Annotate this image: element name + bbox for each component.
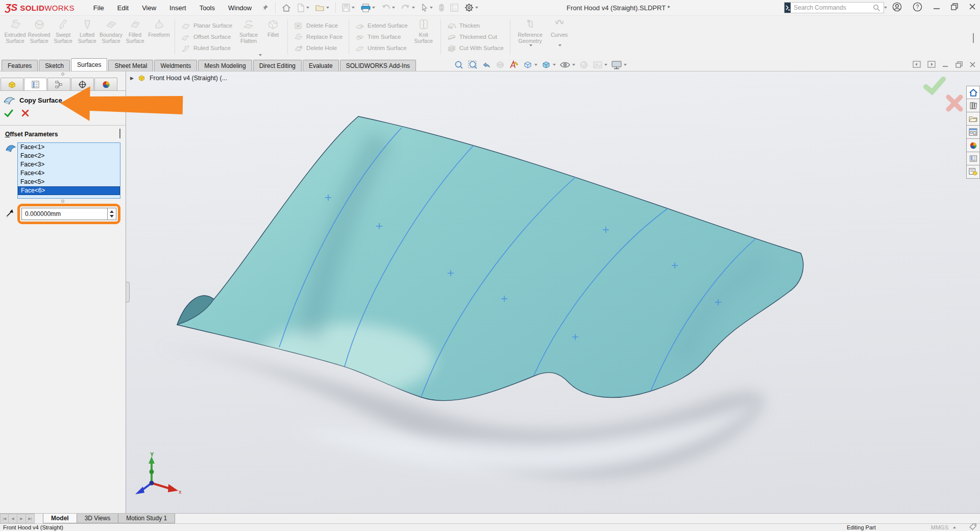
search-commands-input[interactable] [791, 4, 873, 11]
options-gear-button[interactable] [463, 2, 479, 13]
boundary-surface-button[interactable]: Boundary Surface [99, 17, 123, 59]
tab-solidworks-addins[interactable]: SOLIDWORKS Add-Ins [340, 60, 416, 71]
restore-document-icon[interactable] [955, 61, 963, 70]
display-style-icon[interactable] [541, 60, 556, 70]
status-units[interactable]: MMGS [931, 524, 948, 531]
new-document-caret[interactable] [306, 7, 309, 9]
pin-menu-icon[interactable] [260, 3, 270, 13]
scroll-first-icon[interactable]: |◀ [0, 514, 9, 523]
hide-show-caret[interactable] [572, 64, 575, 66]
panel-flyout-grip[interactable] [126, 282, 130, 302]
offset-distance-input[interactable] [22, 208, 107, 220]
view-palette-icon[interactable] [966, 126, 980, 139]
section-view-icon[interactable] [495, 60, 506, 70]
help-icon[interactable]: ? [913, 2, 922, 14]
zoom-to-area-icon[interactable] [467, 60, 478, 70]
extend-surface-button[interactable]: Extend Surface [353, 20, 410, 31]
options-caret[interactable] [475, 7, 478, 9]
offset-surface-button[interactable]: Offset Surface [179, 31, 235, 42]
tab-sheet-metal[interactable]: Sheet Metal [108, 60, 153, 71]
file-explorer-icon[interactable] [966, 112, 980, 126]
menu-tools[interactable]: Tools [193, 2, 222, 14]
next-document-icon[interactable] [927, 61, 936, 70]
tab-motion-study-1[interactable]: Motion Study 1 [118, 514, 175, 523]
face-list-item-selected[interactable]: Face<6> [18, 186, 120, 195]
select-caret[interactable] [430, 7, 433, 9]
breadcrumb-expand-icon[interactable]: ▶ [130, 76, 134, 81]
view-settings-icon[interactable] [610, 60, 627, 70]
account-icon[interactable] [892, 2, 902, 14]
close-window-icon[interactable] [969, 3, 976, 12]
scroll-right-icon[interactable]: ▶ [17, 514, 26, 523]
redo-button[interactable] [400, 3, 416, 13]
task-pane-home-icon[interactable] [966, 86, 980, 99]
search-scope-caret[interactable] [884, 7, 887, 9]
save-caret[interactable] [352, 7, 355, 9]
delete-face-button[interactable]: Delete Face [291, 20, 345, 31]
view-settings-caret[interactable] [624, 64, 627, 66]
menu-insert[interactable]: Insert [163, 2, 193, 14]
flip-offset-direction-icon[interactable] [5, 208, 16, 220]
open-document-caret[interactable] [326, 7, 329, 9]
configuration-manager-tab[interactable] [47, 78, 70, 90]
scroll-left-icon[interactable]: ◀ [9, 514, 17, 523]
status-tag-icon[interactable] [969, 523, 977, 531]
redo-caret[interactable] [412, 7, 415, 9]
tab-model[interactable]: Model [43, 514, 77, 523]
custom-properties-icon[interactable] [966, 152, 980, 165]
confirm-ok-ghost-icon[interactable] [923, 77, 946, 97]
apply-scene-caret[interactable] [604, 64, 607, 66]
file-properties-button[interactable] [449, 3, 459, 13]
thicken-button[interactable]: Thicken [445, 20, 506, 31]
previous-document-icon[interactable] [913, 61, 921, 70]
freeform-button[interactable]: Freeform [147, 17, 171, 59]
open-document-button[interactable] [314, 3, 330, 13]
curves-button[interactable]: Curves [547, 17, 572, 49]
minimize-window-icon[interactable] [933, 3, 940, 12]
reference-geometry-caret[interactable] [529, 44, 532, 46]
thickened-cut-button[interactable]: Thickened Cut [445, 31, 506, 42]
home-button[interactable] [281, 3, 292, 13]
delete-hole-button[interactable]: Delete Hole [291, 42, 345, 54]
filled-surface-button[interactable]: Filled Surface [123, 17, 147, 59]
undo-button[interactable] [380, 3, 396, 13]
curves-caret[interactable] [558, 44, 561, 46]
tab-sketch[interactable]: Sketch [39, 60, 70, 71]
spinner-down-icon[interactable] [110, 215, 114, 218]
close-document-icon[interactable] [969, 61, 976, 70]
tab-surfaces[interactable]: Surfaces [71, 58, 107, 71]
print-caret[interactable] [372, 7, 375, 9]
tab-direct-editing[interactable]: Direct Editing [253, 60, 302, 71]
untrim-surface-button[interactable]: Untrim Surface [353, 42, 410, 54]
menu-view[interactable]: View [135, 2, 163, 14]
offset-parameters-header[interactable]: Offset Parameters [0, 126, 126, 142]
menu-edit[interactable]: Edit [111, 2, 135, 14]
units-caret-icon[interactable] [953, 526, 956, 528]
menu-window[interactable]: Window [222, 2, 258, 14]
reference-geometry-button[interactable]: Reference Geometry [514, 17, 547, 49]
face-list-item[interactable]: Face<4> [18, 169, 120, 178]
swept-surface-button[interactable]: Swept Surface [51, 17, 75, 59]
graphics-viewport[interactable]: ▶ Front Hood v4 (Straight) (... Y [126, 71, 980, 513]
search-commands-box[interactable] [784, 2, 884, 13]
featuremanager-tree-tab[interactable] [1, 78, 23, 90]
extruded-surface-button[interactable]: Extruded Surface [3, 17, 27, 59]
print-button[interactable] [360, 3, 376, 13]
tab-features[interactable]: Features [2, 60, 38, 71]
display-manager-tab[interactable] [94, 78, 117, 90]
ok-check-button[interactable] [4, 109, 13, 119]
fillet-flyout-caret[interactable] [259, 54, 262, 56]
new-document-button[interactable] [296, 3, 310, 13]
tab-evaluate[interactable]: Evaluate [303, 60, 339, 71]
collapse-section-chevron[interactable] [119, 130, 120, 139]
previous-view-icon[interactable] [481, 60, 492, 70]
lofted-surface-button[interactable]: Lofted Surface [75, 17, 99, 59]
dimxpert-manager-tab[interactable] [71, 78, 94, 90]
spinner-up-icon[interactable] [110, 210, 114, 213]
design-library-icon[interactable] [966, 99, 980, 112]
rebuild-button[interactable] [438, 3, 445, 13]
offset-spinner[interactable] [107, 208, 116, 220]
view-orientation-icon[interactable] [522, 60, 538, 70]
edit-appearance-icon[interactable] [578, 60, 590, 70]
appearances-scenes-icon[interactable] [966, 139, 980, 152]
